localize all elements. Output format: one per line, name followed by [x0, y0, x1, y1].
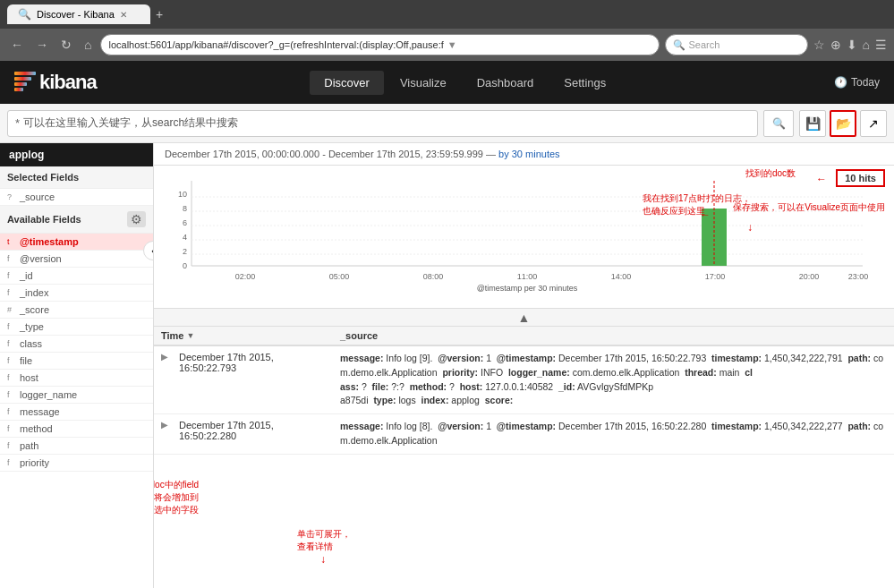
- results-area: Time ▼ _source ▶ December 17th 2015, 16:…: [154, 327, 894, 588]
- sidebar-field-path[interactable]: f path: [0, 438, 153, 455]
- url-dropdown[interactable]: ▼: [447, 39, 457, 50]
- header-time: 🕐 Today: [834, 76, 880, 89]
- log-arrow-icon: ↓: [747, 221, 753, 234]
- col-source-header: _source: [340, 330, 887, 341]
- score-label: _score: [20, 304, 49, 315]
- search-input-wrap[interactable]: * 可以在这里输入关键字，从search结果中搜索: [7, 110, 758, 137]
- svg-text:11:00: 11:00: [517, 272, 538, 281]
- method-label: method: [20, 423, 53, 434]
- sidebar-source-field[interactable]: ? _source: [0, 189, 153, 206]
- result-source-1: message: Info log [9]. @version: 1 @time…: [333, 346, 894, 413]
- svg-text:@timestamp per 30 minutes: @timestamp per 30 minutes: [477, 284, 578, 293]
- share-icon[interactable]: ↗: [860, 110, 887, 137]
- nav-discover[interactable]: Discover: [310, 71, 384, 95]
- message-label: message: [20, 406, 60, 417]
- file-label: file: [20, 355, 32, 366]
- search-go-button[interactable]: 🔍: [763, 110, 794, 137]
- search-input[interactable]: 可以在这里输入关键字，从search结果中搜索: [23, 115, 750, 131]
- download2-icon[interactable]: ⬇: [847, 38, 857, 52]
- message-type-icon: f: [7, 407, 16, 416]
- nav-visualize[interactable]: Visualize: [386, 71, 461, 95]
- sidebar-field-logger[interactable]: f logger_name: [0, 387, 153, 404]
- sidebar-field-host[interactable]: f host: [0, 370, 153, 387]
- sidebar-field-file[interactable]: f file: [0, 353, 153, 370]
- nav-dashboard[interactable]: Dashboard: [463, 71, 549, 95]
- svg-text:6: 6: [183, 218, 187, 227]
- sort-icon: ▼: [186, 331, 194, 340]
- time-range-link[interactable]: by 30 minutes: [498, 149, 559, 159]
- timestamp-label: @timestamp: [20, 236, 79, 247]
- open-search-icon[interactable]: 📂: [830, 110, 856, 137]
- sidebar-field-message[interactable]: f message: [0, 404, 153, 421]
- sidebar-field-priority[interactable]: f priority: [0, 455, 153, 472]
- url-input[interactable]: localhost:5601/app/kibana#/discover?_g=(…: [100, 34, 659, 55]
- id-type-icon: f: [7, 271, 16, 280]
- sidebar-field-type[interactable]: f _type: [0, 319, 153, 336]
- menu-icon[interactable]: ☰: [875, 38, 887, 52]
- index-label: _index: [20, 287, 48, 298]
- source-col-label: _source: [340, 330, 378, 341]
- time-range-separator: -: [322, 149, 328, 159]
- back-btn[interactable]: ←: [7, 36, 27, 54]
- table-row: ▶ December 17th 2015, 16:50:22.280 messa…: [154, 414, 894, 455]
- host-type-icon: f: [7, 373, 16, 382]
- class-label: class: [20, 338, 42, 349]
- sidebar-field-version[interactable]: f @version: [0, 251, 153, 268]
- collapse-button[interactable]: ▲: [154, 309, 894, 327]
- expand-row-1-button[interactable]: ▶: [154, 346, 175, 362]
- svg-text:17:00: 17:00: [705, 272, 726, 281]
- time-col-label: Time: [161, 330, 183, 341]
- svg-text:14:00: 14:00: [611, 272, 632, 281]
- nav-settings[interactable]: Settings: [549, 71, 620, 95]
- content-area: December 17th 2015, 00:00:00.000 - Decem…: [154, 143, 894, 588]
- results-header: Time ▼ _source: [154, 327, 894, 346]
- home-btn[interactable]: ⌂: [81, 36, 95, 54]
- selected-fields-title: Selected Fields: [0, 166, 153, 189]
- sidebar-index[interactable]: applog: [0, 143, 153, 166]
- expand-row-2-button[interactable]: ▶: [154, 414, 175, 430]
- source-field-icon: ?: [7, 192, 16, 201]
- kibana-logo: kibana: [14, 71, 97, 94]
- svg-text:2: 2: [183, 247, 187, 256]
- logger-label: logger_name: [20, 389, 77, 400]
- search-bar: * 可以在这里输入关键字，从search结果中搜索 🔍 💾 📂 ↗: [0, 104, 894, 143]
- priority-type-icon: f: [7, 458, 16, 467]
- forward-btn[interactable]: →: [32, 36, 52, 54]
- time-range-end: December 17th 2015, 23:59:59.999: [328, 149, 483, 159]
- sidebar-field-method[interactable]: f method: [0, 421, 153, 438]
- download-icon[interactable]: ⊕: [830, 38, 841, 52]
- hits-annotation-text: 找到的doc数: [745, 167, 796, 180]
- sidebar-field-score[interactable]: # _score: [0, 302, 153, 319]
- available-fields-title: Available Fields: [7, 214, 81, 225]
- browser-tab[interactable]: 🔍 Discover - Kibana ✕: [7, 4, 150, 24]
- main-layout: applog Selected Fields ? _source Availab…: [0, 143, 894, 588]
- time-range-text: December 17th 2015, 00:00:00.000 - Decem…: [165, 149, 560, 159]
- tab-title: Discover - Kibana: [37, 9, 115, 20]
- browser-tab-bar: 🔍 Discover - Kibana ✕ +: [0, 0, 894, 29]
- tab-close-btn[interactable]: ✕: [120, 10, 127, 20]
- id-label: _id: [20, 270, 33, 281]
- host-label: host: [20, 372, 38, 383]
- new-tab-btn[interactable]: +: [156, 7, 163, 21]
- sidebar-field-timestamp[interactable]: t @timestamp: [0, 234, 153, 251]
- bookmark-icon[interactable]: ☆: [813, 38, 825, 52]
- browser-search-icon: 🔍: [673, 39, 685, 51]
- timestamp-type-icon: t: [7, 237, 16, 246]
- logo-bars-icon: [14, 72, 36, 93]
- svg-text:0: 0: [183, 261, 187, 270]
- sidebar-field-id[interactable]: f _id: [0, 268, 153, 285]
- sidebar-field-class[interactable]: f class: [0, 336, 153, 353]
- browser-search-box[interactable]: 🔍 Search: [665, 34, 808, 55]
- refresh-btn[interactable]: ↻: [57, 36, 75, 54]
- gear-button[interactable]: ⚙: [127, 211, 146, 227]
- search-asterisk: *: [15, 116, 20, 130]
- col-time-header[interactable]: Time ▼: [161, 330, 340, 341]
- sidebar-field-index[interactable]: f _index: [0, 285, 153, 302]
- save-search-icon[interactable]: 💾: [799, 110, 826, 137]
- svg-text:4: 4: [183, 233, 187, 242]
- chevron-up-icon: ▲: [518, 311, 531, 324]
- sidebar: applog Selected Fields ? _source Availab…: [0, 143, 154, 588]
- home2-icon[interactable]: ⌂: [863, 38, 870, 52]
- kibana-logo-text: kibana: [39, 71, 97, 94]
- path-type-icon: f: [7, 441, 16, 450]
